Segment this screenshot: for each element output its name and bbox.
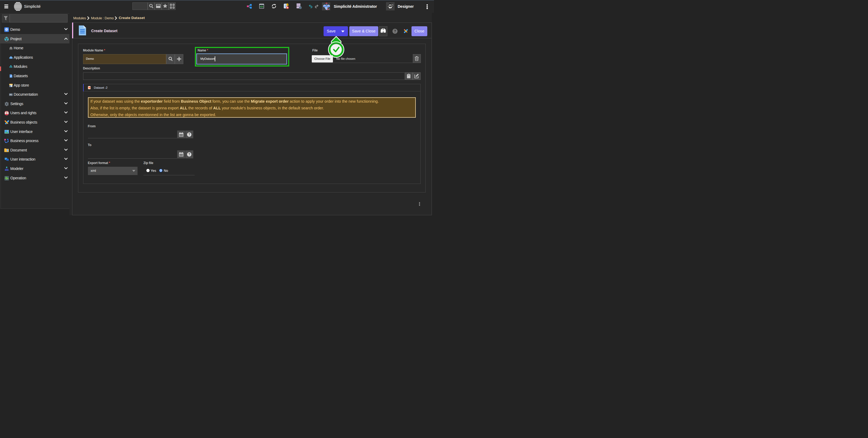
svg-text:</>: </>	[260, 5, 263, 8]
svg-text:!: !	[287, 3, 288, 6]
